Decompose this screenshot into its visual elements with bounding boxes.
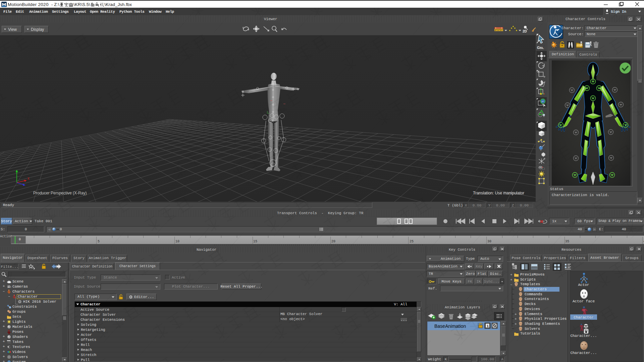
svg-text:X: X — [28, 177, 30, 181]
svg-text:2D: 2D — [523, 29, 527, 33]
svg-text:1: 1 — [487, 324, 489, 328]
